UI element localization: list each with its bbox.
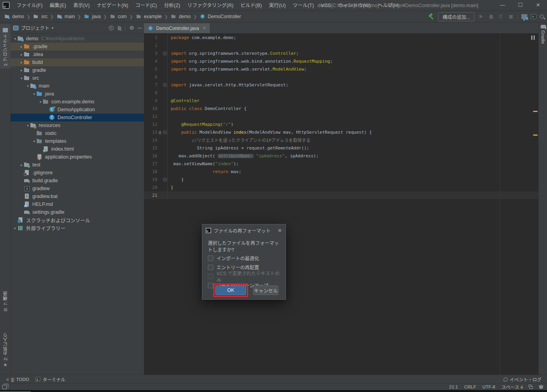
search-everywhere-icon[interactable] [540,15,544,19]
tree-arrow-icon[interactable]: ▸ [19,45,24,49]
tree-item-gradlew.bat[interactable]: gradlew.bat [11,192,144,200]
tree-arrow-icon[interactable]: ▾ [19,77,24,80]
hide-panel-icon[interactable]: ─ [138,25,142,31]
tree-item-test[interactable]: ▸test [11,161,144,169]
code-line-5[interactable]: 5import org.springframework.web.servlet.… [144,65,538,73]
breadcrumb-item[interactable]: example [136,13,162,20]
tree-arrow-icon[interactable]: ▸ [19,69,24,72]
tree-item--[interactable]: ▸外部ライブラリー [11,224,144,232]
menu-item[interactable]: コード(C) [132,0,161,11]
tree-item-main[interactable]: ▾main [11,82,144,90]
code-line-14[interactable]: 14 //リクエストを送ったクライアントのIPアドレスを取得する [144,136,538,144]
build-hammer-icon[interactable] [428,13,435,20]
fold-marker-icon[interactable]: − [162,49,168,57]
menu-item[interactable]: ツール(T) [289,0,317,11]
code-line-20[interactable]: 20} [144,183,538,191]
code-line-13[interactable]: 13@− public ModelAndView index(ModelAndV… [144,128,538,136]
code-line-9[interactable]: 9@Controller [144,97,538,105]
breadcrumb-item[interactable]: java [84,13,101,20]
code-line-8[interactable]: 8 [144,89,538,97]
tree-item-src[interactable]: ▾src [11,74,144,82]
tree-item-resources[interactable]: ▾resources [11,121,144,129]
menu-item[interactable]: リファクタリング(R) [184,0,237,11]
dialog-checkbox-row[interactable]: インポートの最適化 [202,254,286,263]
tree-item-index.html[interactable]: index.html [11,145,144,153]
code-line-21[interactable]: 21 [144,191,538,199]
maximize-button[interactable]: ☐ [512,0,529,11]
tree-arrow-icon[interactable]: ▸ [19,61,24,64]
tree-item-static[interactable]: static [11,129,144,137]
tree-item-DemoController[interactable]: DemoController [11,114,144,121]
breadcrumb-item[interactable]: DemoController [200,13,241,20]
editor-tab-democontroller[interactable]: DemoController.java ✕ [144,23,210,33]
tree-arrow-icon[interactable]: ▸ [13,226,17,230]
file-encoding[interactable]: UTF-8 [482,385,495,389]
tree-arrow-icon[interactable]: ▸ [19,53,24,56]
tree-item-application.properties[interactable]: application.properties [11,153,144,161]
code-line-6[interactable]: 6 [144,73,538,81]
tree-item-build.gradle[interactable]: build.gradle [11,177,144,185]
tree-item--[interactable]: スクラッチおよびコンソール [11,216,144,224]
dialog-close-icon[interactable]: ✕ [278,228,282,233]
code-line-7[interactable]: 7−import javax.servlet.http.HttpServletR… [144,81,538,89]
tree-arrow-icon[interactable]: ▸ [19,163,24,167]
sidebar-tab-structure[interactable]: 7: 構造 ▤ [0,291,11,312]
fold-marker-icon[interactable]: − [162,128,168,136]
minimize-button[interactable]: — [494,0,512,11]
tree-arrow-icon[interactable]: ▾ [13,37,17,41]
fold-marker-icon[interactable]: − [162,81,168,89]
menu-item[interactable]: 分析(Z) [161,0,184,11]
code-editor[interactable]: 1package com.example.demo;23−import org.… [144,34,538,375]
annotation-gutter-icon[interactable]: @ [157,130,162,134]
code-line-1[interactable]: 1package com.example.demo; [144,34,538,41]
warning-stripe-mark[interactable] [533,111,538,112]
menu-item[interactable]: 表示(V) [70,0,93,11]
run-anything-icon[interactable] [531,14,536,19]
caret-position[interactable]: 21:1 [449,385,458,389]
tree-item-com.example.demo[interactable]: ▾com.example.demo [11,98,144,106]
event-log-button[interactable]: イベント・ログ [504,376,542,383]
code-line-18[interactable]: 18 return mav; [144,168,538,175]
code-line-15[interactable]: 15 String ipAddress = request.getRemoteA… [144,144,538,152]
tree-arrow-icon[interactable]: ▾ [26,124,30,127]
tree-item-DemoApplication[interactable]: DemoApplication [11,106,144,114]
tree-item-build[interactable]: ▸build [11,58,144,66]
code-line-12[interactable]: 12 @RequestMapping("/") [144,120,538,128]
code-line-4[interactable]: 4import org.springframework.web.bind.ann… [144,57,538,65]
tree-arrow-icon[interactable]: ▾ [32,92,36,96]
add-configuration-button[interactable]: 構成の追加... [438,12,474,21]
menu-item[interactable]: 実行(U) [265,0,289,11]
warning-stripe-mark[interactable] [533,134,538,136]
code-line-19[interactable]: 19− } [144,175,538,183]
menu-item[interactable]: ファイル(F) [13,0,46,11]
breadcrumb-item[interactable]: com [110,13,127,20]
close-button[interactable]: ✕ [529,0,547,11]
fold-marker-icon[interactable]: − [162,175,168,183]
line-ending[interactable]: CRLF [464,385,476,389]
tab-close-icon[interactable]: ✕ [203,26,206,31]
locate-file-icon[interactable] [109,26,114,30]
tree-item-.gradle[interactable]: ▸.gradle [11,43,144,50]
sidebar-tab-favorites[interactable]: 2: お気に入り ★ [0,333,11,368]
toolwindow-quick-access-icon[interactable] [2,385,7,389]
breadcrumb-item[interactable]: demo [170,13,190,20]
menu-item[interactable]: ビルド(B) [237,0,265,11]
terminal-toolwindow-button[interactable]: ❯_ ターミナル [35,376,65,383]
project-structure-icon[interactable] [521,14,527,19]
checkbox-unchecked[interactable] [208,256,213,261]
menu-item[interactable]: 編集(E) [46,0,70,11]
highlighting-level-icon[interactable] [539,385,543,389]
tree-item-gradle[interactable]: ▸gradle [11,66,144,74]
tree-item-templates[interactable]: ▾templates [11,137,144,145]
tree-item-.gitignore[interactable]: .gitignore [11,169,144,177]
cancel-button[interactable]: キャンセル [253,286,278,295]
chevron-down-icon[interactable]: ▾ [52,26,54,30]
code-line-2[interactable]: 2 [144,41,538,49]
code-line-3[interactable]: 3−import org.springframework.stereotype.… [144,49,538,57]
tree-item-.idea[interactable]: ▸.idea [11,50,144,58]
breadcrumb-item[interactable]: demo [4,13,24,20]
todo-toolwindow-button[interactable]: ≡ 6: TODO [6,377,29,382]
tree-arrow-icon[interactable]: ▾ [32,140,36,143]
tree-item-settings.gradle[interactable]: settings.gradle [11,208,144,216]
indent-setting[interactable]: スペース 4 [502,384,523,390]
